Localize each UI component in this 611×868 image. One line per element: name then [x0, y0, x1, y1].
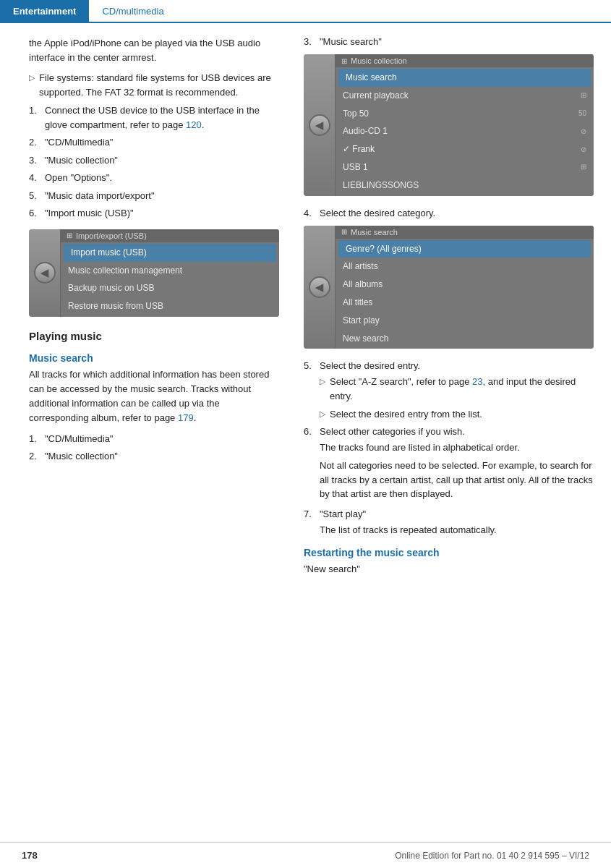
right-step-6-text: Select other categories if you wish. [320, 426, 465, 437]
car-ui3-menu: Genre? (All genres) All artists All albu… [336, 239, 594, 349]
bullet-text: File systems: standard file systems for … [39, 71, 279, 99]
car-ui2-title: ⊞ Music collection [336, 54, 594, 67]
car-ui3-title: ⊞ Music search [336, 226, 594, 239]
page-23-link[interactable]: 23 [472, 376, 482, 387]
menu-item-backup: Backup music on USB [61, 279, 279, 297]
car-ui2-title-text: Music collection [351, 56, 407, 65]
music-search-description: All tracks for which additional informat… [29, 367, 279, 426]
car-ui-menu-1: Import music (USB) Music collection mana… [61, 242, 279, 317]
tab-entertainment[interactable]: Entertainment [0, 0, 89, 22]
right-bullet-5a: ▷ Select "A-Z search", refer to page 23,… [320, 375, 594, 403]
car-ui-icon: ⊞ [67, 231, 72, 239]
page-179-link[interactable]: 179 [178, 412, 194, 423]
car-ui-screen: ⊞ Import/export (USB) Import music (USB)… [61, 229, 279, 317]
page-120-link[interactable]: 120 [186, 119, 202, 130]
music-step-1-num: 1. [29, 432, 45, 446]
page-footer: 178 Online Edition for Part no. 01 40 2 … [0, 842, 611, 868]
step-4-left-text: Open "Options". [45, 171, 112, 185]
audio-cd-icon: ⊘ [581, 127, 586, 137]
menu-item-collection-label: Music collection management [68, 265, 182, 277]
right-step-7-text: "Start play" [320, 509, 366, 519]
menu-item-restore-label: Restore music from USB [68, 300, 163, 312]
menu-item-import: Import music (USB) [64, 244, 276, 262]
menu-all-albums-label: All albums [343, 278, 383, 291]
page-header: Entertainment CD/multimedia [0, 0, 611, 23]
step-3-left-text: "Music collection" [45, 153, 118, 168]
car-nav-button-3: ◀ [309, 276, 330, 298]
menu-all-artists-label: All artists [343, 260, 378, 273]
music-search-after: . [194, 412, 197, 423]
right-column: 3. "Music search" ◀ ⊞ Music collection M… [296, 23, 611, 590]
bullet-5b-text: Select the desired entry from the list. [330, 407, 482, 422]
menu-start-play: Start play [336, 312, 594, 330]
right-step-4-num: 4. [304, 208, 320, 218]
menu-item-import-label: Import music (USB) [71, 247, 147, 259]
import-export-ui: ◀ ⊞ Import/export (USB) Import music (US… [29, 229, 279, 317]
frank-icon: ⊘ [581, 145, 586, 155]
menu-music-search: Music search [338, 69, 591, 87]
menu-current-playback: Current playback ⊞ [336, 87, 594, 105]
right-step-5-text: Select the desired entry. [320, 360, 420, 371]
menu-new-search-label: New search [343, 333, 388, 345]
menu-top50: Top 50 50 [336, 105, 594, 123]
menu-all-titles: All titles [336, 294, 594, 312]
bullet-file-systems: ▷ File systems: standard file systems fo… [29, 71, 279, 99]
menu-top50-label: Top 50 [343, 108, 369, 120]
menu-item-restore: Restore music from USB [61, 297, 279, 315]
restart-text: "New search" [304, 562, 594, 576]
menu-usb1: USB 1 ⊞ [336, 158, 594, 176]
menu-genre: Genre? (All genres) [338, 240, 591, 258]
bullet-arrow-5a-icon: ▷ [320, 375, 325, 388]
step-5-left: 5. "Music data import/export" [29, 189, 279, 203]
menu-all-artists: All artists [336, 258, 594, 276]
step-5-left-num: 5. [29, 189, 45, 203]
bullet-arrow-icon: ▷ [29, 72, 35, 84]
step-3-left-num: 3. [29, 153, 45, 168]
music-step-2-num: 2. [29, 449, 45, 464]
car-ui3-screen: ⊞ Music search Genre? (All genres) All a… [336, 226, 594, 349]
car-ui3-icon: ⊞ [341, 228, 347, 236]
car-ui3-title-text: Music search [351, 228, 398, 237]
online-edition-text: Online Edition for Part no. 01 40 2 914 … [395, 851, 589, 861]
step-1-num: 1. [29, 103, 45, 118]
right-step-3-text: "Music search" [320, 36, 382, 47]
step-4-left: 4. Open "Options". [29, 171, 279, 185]
car-ui3-left-button: ◀ [304, 226, 336, 349]
menu-frank: ✓ Frank ⊘ [336, 140, 594, 158]
step-2: 2. "CD/Multimedia" [29, 135, 279, 150]
step-6-left-num: 6. [29, 206, 45, 221]
menu-music-search-label: Music search [346, 72, 397, 84]
step-2-num: 2. [29, 135, 45, 150]
right-step-6-num: 6. [304, 426, 320, 437]
menu-frank-label: ✓ Frank [343, 143, 375, 156]
menu-item-backup-label: Backup music on USB [68, 282, 154, 294]
car-ui-title-text: Import/export (USB) [76, 231, 147, 240]
menu-all-titles-label: All titles [343, 297, 372, 309]
car-ui2-menu: Music search Current playback ⊞ Top 50 5… [336, 67, 594, 196]
right-bullet-5b: ▷ Select the desired entry from the list… [320, 407, 594, 422]
music-search-categories-ui: ◀ ⊞ Music search Genre? (All genres) All… [304, 226, 594, 349]
step7-para: The list of tracks is repeated automatic… [320, 523, 594, 537]
bullet-arrow-5b-icon: ▷ [320, 408, 325, 420]
right-step-4-text: Select the desired category. [320, 208, 435, 218]
music-search-text: All tracks for which additional informat… [29, 369, 269, 423]
right-step-3-num: 3. [304, 36, 320, 47]
menu-start-play-label: Start play [343, 315, 380, 327]
menu-current-playback-label: Current playback [343, 90, 409, 102]
subsection-restarting: Restarting the music search [304, 547, 594, 558]
tab-cd-multimedia[interactable]: CD/multimedia [89, 0, 176, 22]
current-playback-icon: ⊞ [581, 90, 586, 101]
car-nav-button: ◀ [34, 262, 56, 284]
usb1-icon: ⊞ [581, 162, 586, 172]
car-ui-title: ⊞ Import/export (USB) [61, 229, 279, 242]
right-step-5-num: 5. [304, 360, 320, 371]
car-ui2-icon: ⊞ [341, 57, 347, 65]
menu-lieblingssongs-label: LIEBLINGSSONGS [343, 179, 419, 192]
bullet-5a-text: Select "A-Z search", refer to page 23, a… [330, 375, 594, 403]
music-step-2-text: "Music collection" [45, 449, 118, 464]
step-5-left-text: "Music data import/export" [45, 189, 155, 203]
car-ui2-left-button: ◀ [304, 54, 336, 196]
car-ui2-screen: ⊞ Music collection Music search Current … [336, 54, 594, 196]
menu-all-albums: All albums [336, 276, 594, 294]
left-column: the Apple iPod/iPhone can be played via … [0, 23, 296, 590]
